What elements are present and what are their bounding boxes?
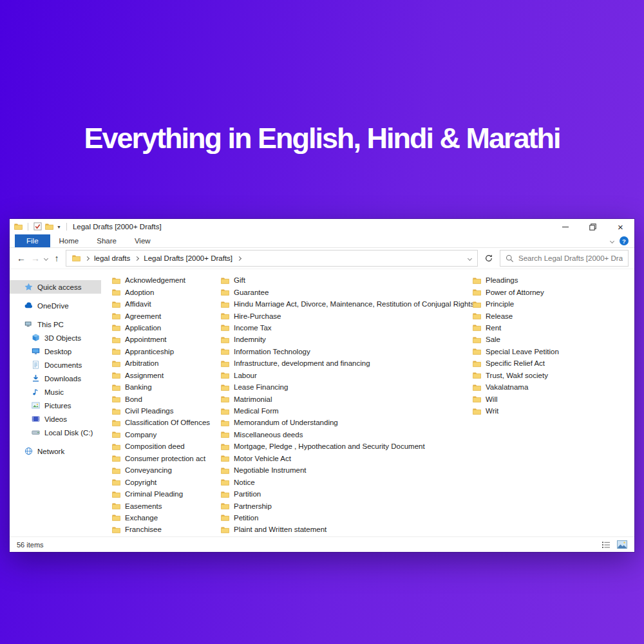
- breadcrumb-segment[interactable]: legal drafts: [94, 254, 130, 262]
- folder-item[interactable]: Plaint and Written statement: [210, 524, 468, 535]
- folder-item[interactable]: Labour: [210, 370, 468, 381]
- qat-customize-icon[interactable]: ▼: [57, 225, 61, 229]
- folder-item[interactable]: Franchisee: [101, 524, 206, 535]
- sidebar-item-videos[interactable]: Videos: [10, 412, 101, 426]
- folder-item[interactable]: Mortgage, Pledge , Hypothecation and Sec…: [210, 440, 468, 452]
- sidebar-item-network[interactable]: Network: [10, 444, 101, 458]
- folder-item[interactable]: Affidavit: [101, 298, 206, 310]
- app-folder-icon[interactable]: [14, 223, 23, 231]
- folder-item[interactable]: Application: [101, 322, 206, 334]
- back-button[interactable]: ←: [16, 254, 26, 263]
- folder-item[interactable]: Classification Of Offences: [101, 417, 206, 428]
- sidebar-item-documents[interactable]: Documents: [10, 358, 101, 372]
- search-input[interactable]: [518, 254, 623, 262]
- help-icon[interactable]: ?: [620, 236, 629, 245]
- folder-item[interactable]: Easements: [101, 500, 206, 511]
- expand-ribbon-icon[interactable]: [610, 238, 614, 243]
- folder-item[interactable]: Arbitration: [101, 357, 206, 369]
- breadcrumb-segment[interactable]: Legal Drafts [2000+ Drafts]: [144, 254, 232, 262]
- folder-item[interactable]: Assignment: [101, 370, 206, 381]
- folder-item[interactable]: Petition: [210, 512, 468, 524]
- folder-item[interactable]: Pleadings: [462, 274, 578, 286]
- folder-item[interactable]: Indemnity: [210, 334, 468, 345]
- folder-item[interactable]: Consumer protection act: [101, 453, 206, 464]
- folder-item[interactable]: Principle: [462, 298, 578, 310]
- folder-item[interactable]: Miscellaneous deeds: [210, 429, 468, 440]
- close-button[interactable]: ×: [607, 219, 634, 234]
- sidebar-item-desktop[interactable]: Desktop: [10, 345, 101, 358]
- folder-item[interactable]: Partition: [210, 488, 468, 500]
- sidebar-item-pictures[interactable]: Pictures: [10, 399, 101, 412]
- folder-item[interactable]: Gift: [210, 274, 468, 286]
- monitor-icon: [32, 347, 40, 355]
- restore-button[interactable]: [579, 219, 607, 234]
- folder-item[interactable]: Composition deed: [101, 440, 206, 452]
- tab-share[interactable]: Share: [88, 234, 126, 247]
- folder-item[interactable]: Medical Form: [210, 405, 468, 417]
- minimize-button[interactable]: [551, 219, 579, 234]
- folder-item[interactable]: Criminal Pleading: [101, 488, 206, 500]
- forward-button[interactable]: →: [30, 254, 41, 263]
- sidebar-item-local-disk[interactable]: Local Disk (C:): [10, 426, 101, 439]
- sidebar-item-music[interactable]: Music: [10, 385, 101, 399]
- tab-home[interactable]: Home: [50, 234, 88, 247]
- folder-item[interactable]: Writ: [462, 405, 578, 417]
- folder-item[interactable]: Civil Pleadings: [101, 405, 206, 417]
- details-view-icon[interactable]: [601, 541, 611, 549]
- folder-item[interactable]: Specific Relief Act: [462, 357, 578, 369]
- folder-item[interactable]: Lease Financing: [210, 381, 468, 393]
- folder-item[interactable]: Vakalatnama: [462, 381, 578, 393]
- folder-item[interactable]: Motor Vehicle Act: [210, 453, 468, 464]
- recent-locations-icon[interactable]: [44, 256, 48, 260]
- folder-item[interactable]: Adoption: [101, 286, 206, 298]
- sidebar-item-3d-objects[interactable]: 3D Objects: [10, 331, 101, 345]
- sidebar-item-downloads[interactable]: Downloads: [10, 372, 101, 385]
- sidebar-item-onedrive[interactable]: OneDrive: [10, 299, 101, 312]
- qat-properties-icon[interactable]: [33, 222, 42, 232]
- qat-new-folder-icon[interactable]: [45, 223, 53, 231]
- folder-item[interactable]: Exchange: [101, 512, 206, 524]
- folder-item[interactable]: Matrimonial: [210, 393, 468, 404]
- folder-item[interactable]: Sale: [462, 334, 578, 345]
- refresh-button[interactable]: [482, 254, 496, 263]
- folder-item[interactable]: Company: [101, 429, 206, 440]
- folder-item[interactable]: Will: [462, 393, 578, 404]
- up-button[interactable]: ↑: [52, 254, 62, 263]
- folder-item[interactable]: Partnership: [210, 500, 468, 511]
- folder-item[interactable]: Appranticeship: [101, 346, 206, 357]
- folder-item[interactable]: Guarantee: [210, 286, 468, 298]
- search-box[interactable]: [500, 250, 629, 267]
- breadcrumb-separator-icon[interactable]: [85, 256, 90, 260]
- folder-item[interactable]: Infrastructure, development and financin…: [210, 357, 468, 369]
- tab-view[interactable]: View: [126, 234, 160, 247]
- folder-item[interactable]: Bond: [101, 393, 206, 404]
- folder-icon: [112, 289, 120, 296]
- folder-item[interactable]: Agreement: [101, 310, 206, 321]
- folder-item[interactable]: Release: [462, 310, 578, 321]
- folder-item[interactable]: Information Technology: [210, 346, 468, 357]
- folder-item[interactable]: Conveyancing: [101, 464, 206, 476]
- sidebar-item-quick-access[interactable]: Quick access: [10, 280, 101, 294]
- folder-item[interactable]: Power of Attorney: [462, 286, 578, 298]
- folder-item[interactable]: Banking: [101, 381, 206, 393]
- breadcrumb-separator-icon[interactable]: [135, 256, 139, 260]
- folder-item[interactable]: Income Tax: [210, 322, 468, 334]
- sidebar-item-this-pc[interactable]: This PC: [10, 317, 101, 331]
- folder-item[interactable]: Notice: [210, 476, 468, 488]
- folder-item[interactable]: Hindu Marriage Act, Divorce, Maintenance…: [210, 298, 468, 310]
- folder-item[interactable]: Acknowledgement: [101, 274, 206, 286]
- tab-file[interactable]: File: [15, 234, 50, 247]
- folder-item[interactable]: Copyright: [101, 476, 206, 488]
- folder-item[interactable]: Hire-Purchase: [210, 310, 468, 321]
- folder-item[interactable]: Rent: [462, 322, 578, 334]
- address-bar[interactable]: legal drafts Legal Drafts [2000+ Drafts]: [66, 250, 478, 267]
- folder-name: Plaint and Written statement: [234, 526, 327, 533]
- address-dropdown-icon[interactable]: [468, 256, 472, 260]
- folder-item[interactable]: Memorandum of Understanding: [210, 417, 468, 428]
- folder-item[interactable]: Trust, Wakf society: [462, 370, 578, 381]
- folder-item[interactable]: Appointment: [101, 334, 206, 345]
- large-icons-view-icon[interactable]: [617, 540, 627, 549]
- breadcrumb-separator-icon[interactable]: [237, 256, 242, 260]
- folder-item[interactable]: Negotiable Instrument: [210, 464, 468, 476]
- folder-item[interactable]: Special Leave Petition: [462, 346, 578, 357]
